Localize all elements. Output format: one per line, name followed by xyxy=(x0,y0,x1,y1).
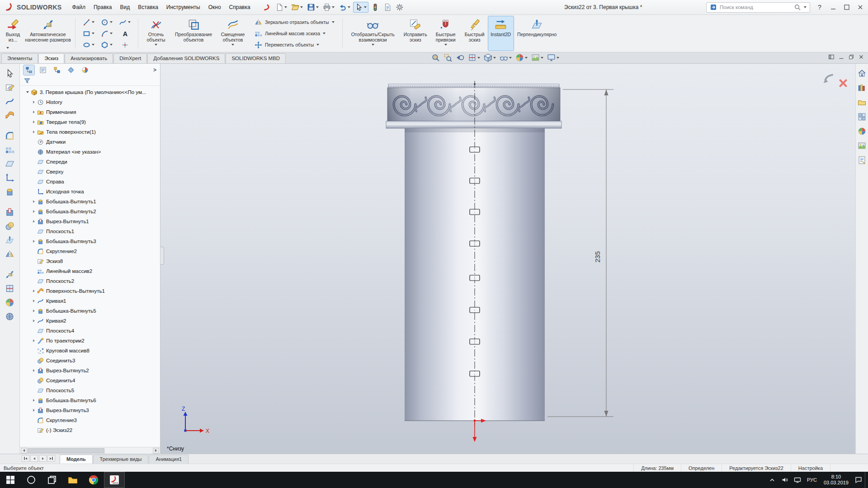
feature-tree-item[interactable]: Бобышка-Вытянуть1 xyxy=(21,197,160,206)
menu-item[interactable]: Справка xyxy=(225,2,255,12)
feature-tree-item[interactable]: Кривая1 xyxy=(21,296,160,306)
convert-entities-button[interactable]: Преобразование объектов xyxy=(171,16,216,51)
action-center-button[interactable] xyxy=(852,472,865,488)
print-button[interactable] xyxy=(321,2,336,12)
feature-tree-item[interactable]: Скругление3 xyxy=(21,415,160,425)
ribbon-flyout-arrow-icon[interactable] xyxy=(6,47,9,49)
quick-snaps-button[interactable]: Быстрые привязки xyxy=(430,16,461,51)
left-toolbar-button[interactable] xyxy=(4,220,16,232)
expand-arrow[interactable] xyxy=(31,310,37,312)
maximize-button[interactable] xyxy=(840,1,854,14)
appearance-button[interactable] xyxy=(514,53,528,62)
next-tab-button[interactable] xyxy=(39,455,47,462)
restore-button[interactable] xyxy=(848,54,854,61)
close-button[interactable] xyxy=(858,54,864,61)
feature-tree-item[interactable]: Плоскость2 xyxy=(21,276,160,286)
expand-arrow[interactable] xyxy=(31,369,37,372)
feature-tree-item[interactable]: Вырез-Вытянуть3 xyxy=(21,405,160,415)
fm-filter-bar[interactable] xyxy=(20,76,160,86)
status-customize[interactable]: Настройка xyxy=(791,464,830,472)
menu-item[interactable]: Файл xyxy=(68,2,90,12)
previous-tab-button[interactable] xyxy=(30,455,38,462)
model-first-cover[interactable] xyxy=(386,84,561,421)
polygon-tool-button[interactable] xyxy=(98,39,116,51)
crown-flange[interactable] xyxy=(386,121,561,128)
scroll-left-button[interactable] xyxy=(21,448,27,454)
minimize-button[interactable] xyxy=(838,54,844,61)
menu-item[interactable]: Инструменты xyxy=(162,2,204,12)
ribbon-tab[interactable]: SOLIDWORKS MBD xyxy=(226,53,286,63)
task-view-taskbar-button[interactable] xyxy=(42,472,62,488)
feature-tree-item[interactable]: Материал <не указан> xyxy=(21,147,160,157)
scroll-right-button[interactable] xyxy=(153,448,159,454)
feature-tree-item[interactable]: Линейный массив2 xyxy=(21,266,160,276)
open-button[interactable] xyxy=(290,2,304,12)
feature-tree-item[interactable]: Спереди xyxy=(21,157,160,167)
expand-arrow[interactable] xyxy=(31,300,37,302)
solidworks-app-taskbar-button[interactable]: 2016 xyxy=(104,472,125,488)
feature-tree-item[interactable]: Бобышка-Вытянуть6 xyxy=(21,395,160,405)
model-tab[interactable]: Модель xyxy=(60,455,93,464)
section-view-button[interactable] xyxy=(467,53,481,62)
offset-entities-button[interactable]: Смещение объектов xyxy=(216,16,250,51)
scroll-thumb[interactable] xyxy=(28,448,104,453)
feature-tree-item[interactable]: Вырез-Вытянуть1 xyxy=(21,216,160,226)
expand-arrow[interactable] xyxy=(31,101,37,103)
instant2d-button[interactable]: Instant2D xyxy=(488,16,514,51)
mirror-entities-button[interactable]: Зеркально отразить объекты xyxy=(252,18,337,27)
ribbon-tab[interactable]: DimXpert xyxy=(113,53,147,63)
scenes-tab[interactable] xyxy=(857,141,867,150)
rebuild-button[interactable] xyxy=(370,2,381,12)
select-cursor-button[interactable] xyxy=(353,2,368,13)
circle-tool-button[interactable] xyxy=(98,17,116,28)
feature-tree-item[interactable]: AПримечания xyxy=(21,107,160,117)
ribbon-tab[interactable]: Добавления SOLIDWORKS xyxy=(147,53,225,63)
left-toolbar-button[interactable]: 25 xyxy=(4,268,16,280)
model-tab[interactable]: Анимация1 xyxy=(149,455,189,464)
left-toolbar-button[interactable] xyxy=(4,310,16,322)
left-toolbar-button[interactable] xyxy=(4,296,16,308)
minimize-button[interactable] xyxy=(826,1,840,14)
menu-item[interactable]: Окно xyxy=(204,2,225,12)
close-button[interactable] xyxy=(854,1,867,14)
left-toolbar-button[interactable] xyxy=(4,95,16,107)
view-settings-button[interactable] xyxy=(546,53,560,62)
scene-button[interactable] xyxy=(530,53,544,62)
left-toolbar-button[interactable] xyxy=(4,282,16,294)
expand-arrow[interactable] xyxy=(31,121,37,123)
feature-tree-item[interactable]: Скругление2 xyxy=(21,246,160,256)
rapid-sketch-button[interactable]: Быстрый эскиз xyxy=(461,16,488,51)
arc-tool-button[interactable] xyxy=(98,28,116,39)
search-icon[interactable] xyxy=(794,4,801,11)
feature-tree-item[interactable]: Сверху xyxy=(21,167,160,177)
display-relations-button[interactable]: Отобразить/Скрыть взаимосвязи xyxy=(345,16,401,51)
display-settings-button[interactable] xyxy=(791,472,804,488)
search-dropdown-icon[interactable] xyxy=(804,6,807,8)
expand-arrow[interactable] xyxy=(31,200,37,203)
trim-entities-button[interactable]: Отсечь объекты xyxy=(141,16,171,51)
feature-tree-item[interactable]: Поверхность-Вытянуть1 xyxy=(21,286,160,296)
previous-view-button[interactable] xyxy=(455,53,465,62)
hide-show-items-button[interactable] xyxy=(499,53,513,62)
chrome-taskbar-button[interactable] xyxy=(83,472,104,488)
expand-arrow[interactable] xyxy=(31,290,37,292)
smart-dimension-button[interactable]: 25 Автоматическое нанесение размеров xyxy=(24,16,72,51)
expand-arrow[interactable] xyxy=(31,339,37,342)
feature-tree-item[interactable]: Бобышка-Вытянуть3 xyxy=(21,236,160,246)
tree-horizontal-scrollbar[interactable] xyxy=(20,447,160,454)
left-toolbar-button[interactable] xyxy=(4,67,16,79)
fm-config-tab[interactable] xyxy=(52,65,62,75)
move-entities-button[interactable]: Переместить объекты xyxy=(252,40,337,50)
sw-logo-button[interactable] xyxy=(262,2,273,12)
expand-arrow[interactable] xyxy=(31,131,37,133)
feature-tree-item[interactable]: Бобышка-Вытянуть5 xyxy=(21,306,160,316)
collapse-panel-button[interactable] xyxy=(828,54,835,61)
explorer-taskbar-button[interactable] xyxy=(62,472,83,488)
normal-to-button[interactable]: Перпендикулярно xyxy=(514,16,561,51)
options-gear-button[interactable] xyxy=(394,2,405,12)
fm-pane-expand-chevron[interactable]: > xyxy=(153,67,156,73)
ellipse-tool-button[interactable] xyxy=(80,39,98,51)
cortana-search-taskbar-button[interactable] xyxy=(21,472,42,488)
feature-tree-item[interactable]: Соединить4 xyxy=(21,375,160,385)
taskbar-clock[interactable]: 8:10 03.03.2019 xyxy=(820,474,852,486)
